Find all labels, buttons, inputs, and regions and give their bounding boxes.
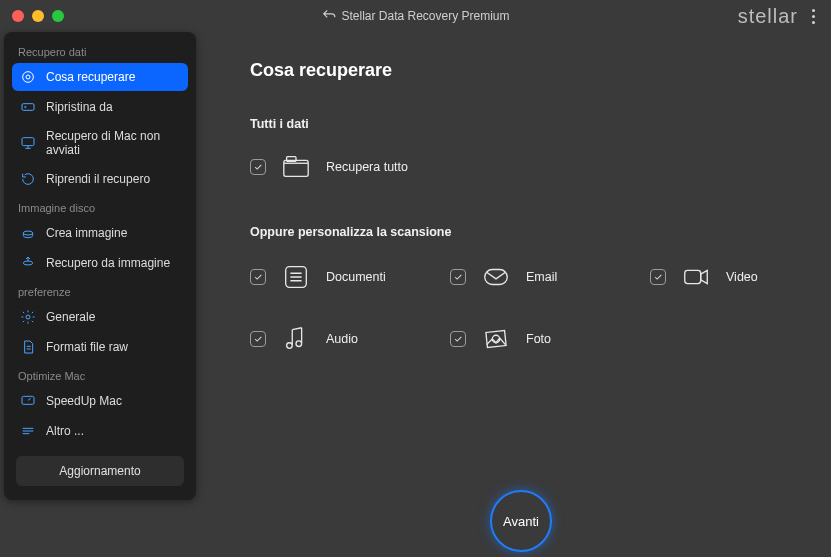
svg-point-13 xyxy=(296,341,302,347)
svg-rect-2 xyxy=(22,104,34,111)
option-label: Documenti xyxy=(326,270,386,284)
photo-icon xyxy=(480,323,512,355)
sidebar-item-label: Generale xyxy=(46,310,95,324)
gear-icon xyxy=(20,309,36,325)
close-window-button[interactable] xyxy=(12,10,24,22)
sidebar-item-label: Ripristina da xyxy=(46,100,113,114)
option-label: Video xyxy=(726,270,758,284)
svg-point-3 xyxy=(25,106,26,107)
sidebar-item-create-image[interactable]: Crea immagine xyxy=(12,219,188,247)
option-label: Audio xyxy=(326,332,358,346)
option-label: Recupera tutto xyxy=(326,160,408,174)
sidebar-group-title: Immagine disco xyxy=(4,194,196,218)
sidebar-group-title: Optimize Mac xyxy=(4,362,196,386)
sidebar-item-label: Altro ... xyxy=(46,424,84,438)
svg-point-1 xyxy=(26,75,30,79)
brand-logo-text: stellar xyxy=(738,5,798,28)
documents-icon xyxy=(280,261,312,293)
option-documents[interactable]: Documenti xyxy=(250,261,450,293)
sidebar-item-speedup-mac[interactable]: SpeedUp Mac xyxy=(12,387,188,415)
sidebar-item-label: Riprendi il recupero xyxy=(46,172,150,186)
audio-icon xyxy=(280,323,312,355)
titlebar: Stellar Data Recovery Premium stellar xyxy=(0,0,831,32)
brand-area: stellar xyxy=(738,5,819,28)
customize-heading: Oppure personalizza la scansione xyxy=(250,225,797,239)
option-video[interactable]: Video xyxy=(650,261,831,293)
more-icon xyxy=(20,423,36,439)
svg-point-5 xyxy=(26,315,30,319)
sidebar-item-general[interactable]: Generale xyxy=(12,303,188,331)
sidebar-item-label: Recupero di Mac non avviati xyxy=(46,129,180,157)
more-menu-button[interactable] xyxy=(808,5,819,28)
video-icon xyxy=(680,261,712,293)
svg-rect-6 xyxy=(22,396,34,404)
sidebar-item-what-to-recover[interactable]: Cosa recuperare xyxy=(12,63,188,91)
maximize-window-button[interactable] xyxy=(52,10,64,22)
app-title: Stellar Data Recovery Premium xyxy=(321,8,509,25)
option-label: Foto xyxy=(526,332,551,346)
sidebar-item-other[interactable]: Altro ... xyxy=(12,417,188,445)
svg-point-0 xyxy=(23,72,34,83)
svg-rect-4 xyxy=(22,138,34,146)
option-recover-all[interactable]: Recupera tutto xyxy=(250,151,408,183)
sidebar-group-title: Recupero dati xyxy=(4,38,196,62)
checkbox-checked-icon[interactable] xyxy=(250,269,266,285)
back-icon[interactable] xyxy=(321,8,335,25)
checkbox-checked-icon[interactable] xyxy=(250,331,266,347)
disk-up-icon xyxy=(20,255,36,271)
target-icon xyxy=(20,69,36,85)
next-button[interactable]: Avanti xyxy=(490,490,552,552)
sidebar-item-label: Crea immagine xyxy=(46,226,127,240)
monitor-alert-icon xyxy=(20,135,36,151)
option-photo[interactable]: Foto xyxy=(450,323,650,355)
checkbox-checked-icon[interactable] xyxy=(650,269,666,285)
checkbox-checked-icon[interactable] xyxy=(450,331,466,347)
sidebar-item-label: SpeedUp Mac xyxy=(46,394,122,408)
update-button[interactable]: Aggiornamento xyxy=(16,456,184,486)
sidebar-item-raw-formats[interactable]: Formati file raw xyxy=(12,333,188,361)
all-data-heading: Tutti i dati xyxy=(250,117,797,131)
email-icon xyxy=(480,261,512,293)
main-content: Cosa recuperare Tutti i dati Recupera tu… xyxy=(200,32,831,557)
option-label: Email xyxy=(526,270,557,284)
sidebar-item-nonbooting-mac[interactable]: Recupero di Mac non avviati xyxy=(12,123,188,163)
gauge-icon xyxy=(20,393,36,409)
refresh-icon xyxy=(20,171,36,187)
file-list-icon xyxy=(20,339,36,355)
folder-all-icon xyxy=(280,151,312,183)
svg-rect-11 xyxy=(685,270,701,283)
disk-icon xyxy=(20,225,36,241)
sidebar: Recupero dati Cosa recuperare Ripristina… xyxy=(4,32,196,500)
sidebar-item-recover-from-image[interactable]: Recupero da immagine xyxy=(12,249,188,277)
svg-point-12 xyxy=(287,343,293,349)
sidebar-item-label: Recupero da immagine xyxy=(46,256,170,270)
sidebar-item-resume-recovery[interactable]: Riprendi il recupero xyxy=(12,165,188,193)
app-title-text: Stellar Data Recovery Premium xyxy=(341,9,509,23)
next-button-label: Avanti xyxy=(503,514,539,529)
page-title: Cosa recuperare xyxy=(250,60,797,81)
minimize-window-button[interactable] xyxy=(32,10,44,22)
sidebar-item-recover-from[interactable]: Ripristina da xyxy=(12,93,188,121)
checkbox-checked-icon[interactable] xyxy=(250,159,266,175)
option-audio[interactable]: Audio xyxy=(250,323,450,355)
sidebar-item-label: Cosa recuperare xyxy=(46,70,135,84)
window-controls xyxy=(12,10,64,22)
sidebar-group-title: preferenze xyxy=(4,278,196,302)
sidebar-item-label: Formati file raw xyxy=(46,340,128,354)
checkbox-checked-icon[interactable] xyxy=(450,269,466,285)
option-email[interactable]: Email xyxy=(450,261,650,293)
drive-icon xyxy=(20,99,36,115)
svg-rect-10 xyxy=(485,270,508,285)
